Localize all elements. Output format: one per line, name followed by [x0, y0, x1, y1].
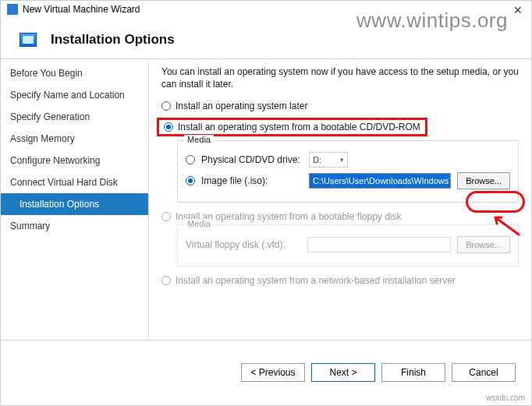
option-install-network: Install an operating system from a netwo… — [161, 273, 519, 288]
step-specify-name[interactable]: Specify Name and Location — [1, 84, 148, 106]
browse-button-disabled: Browse... — [457, 236, 510, 253]
step-summary[interactable]: Summary — [1, 215, 148, 237]
step-connect-vhd[interactable]: Connect Virtual Hard Disk — [1, 171, 148, 193]
vfd-path-input — [307, 237, 451, 252]
radio-icon — [161, 212, 171, 221]
close-button[interactable]: × — [509, 2, 527, 19]
image-file-row: Image file (.iso): C:\Users\User\Downloa… — [186, 172, 510, 189]
iso-path-value: C:\Users\User\Downloads\Windows7_X64.iso — [313, 176, 451, 185]
page-title: Installation Options — [51, 32, 175, 48]
monitor-icon — [20, 33, 37, 47]
option-label: Install an operating system from a boota… — [178, 122, 420, 132]
radio-icon[interactable] — [186, 176, 195, 185]
option-install-later[interactable]: Install an operating system later — [161, 98, 519, 114]
floppy-media-group: Media Virtual floppy disk (.vfd): Browse… — [177, 224, 519, 267]
group-title: Media — [184, 219, 214, 228]
window-title: New Virtual Machine Wizard — [23, 4, 140, 15]
vfd-row: Virtual floppy disk (.vfd): Browse... — [186, 236, 510, 253]
option-label: Install an operating system from a netwo… — [176, 275, 456, 286]
wsxdn-text: wsxdn.com — [486, 394, 525, 402]
radio-icon — [161, 276, 171, 285]
radio-icon[interactable] — [186, 155, 195, 164]
step-assign-memory[interactable]: Assign Memory — [1, 128, 148, 150]
cancel-button[interactable]: Cancel — [452, 363, 516, 382]
image-file-label: Image file (.iso): — [201, 175, 303, 186]
radio-icon[interactable] — [161, 101, 171, 111]
footer-divider — [1, 340, 531, 341]
wizard-steps-sidebar: Before You Begin Specify Name and Locati… — [1, 59, 149, 338]
browse-button[interactable]: Browse... — [457, 172, 510, 189]
group-title: Media — [184, 135, 214, 144]
step-before-you-begin[interactable]: Before You Begin — [1, 62, 148, 84]
physical-drive-row: Physical CD/DVD drive: D: ▾ — [186, 152, 510, 168]
next-button[interactable]: Next > — [311, 363, 375, 382]
step-installation-options[interactable]: Installation Options — [1, 193, 148, 215]
option-label: Install an operating system later — [176, 101, 307, 111]
vfd-label: Virtual floppy disk (.vfd): — [186, 239, 301, 250]
app-icon — [7, 4, 18, 15]
intro-text: You can install an operating system now … — [161, 65, 519, 90]
drive-value: D: — [313, 155, 321, 164]
titlebar: New Virtual Machine Wizard — [1, 1, 531, 18]
option-install-floppy: Install an operating system from a boota… — [161, 209, 519, 224]
physical-drive-label: Physical CD/DVD drive: — [201, 154, 303, 165]
previous-button[interactable]: < Previous — [241, 363, 305, 382]
finish-button[interactable]: Finish — [381, 363, 445, 382]
step-specify-generation[interactable]: Specify Generation — [1, 106, 148, 128]
chevron-down-icon: ▾ — [340, 156, 344, 164]
step-configure-networking[interactable]: Configure Networking — [1, 150, 148, 171]
wizard-header: Installation Options — [1, 18, 531, 58]
drive-select[interactable]: D: ▾ — [309, 152, 348, 168]
wizard-footer: < Previous Next > Finish Cancel — [241, 363, 516, 382]
highlight-box: Install an operating system from a boota… — [157, 118, 427, 136]
iso-path-input[interactable]: C:\Users\User\Downloads\Windows7_X64.iso — [309, 173, 451, 189]
content-area: Before You Begin Specify Name and Locati… — [1, 59, 531, 338]
media-group: Media Physical CD/DVD drive: D: ▾ Image … — [177, 140, 519, 203]
radio-icon[interactable] — [164, 122, 173, 132]
main-panel: You can install an operating system now … — [149, 59, 531, 338]
option-install-cd[interactable]: Install an operating system from a boota… — [161, 114, 519, 140]
